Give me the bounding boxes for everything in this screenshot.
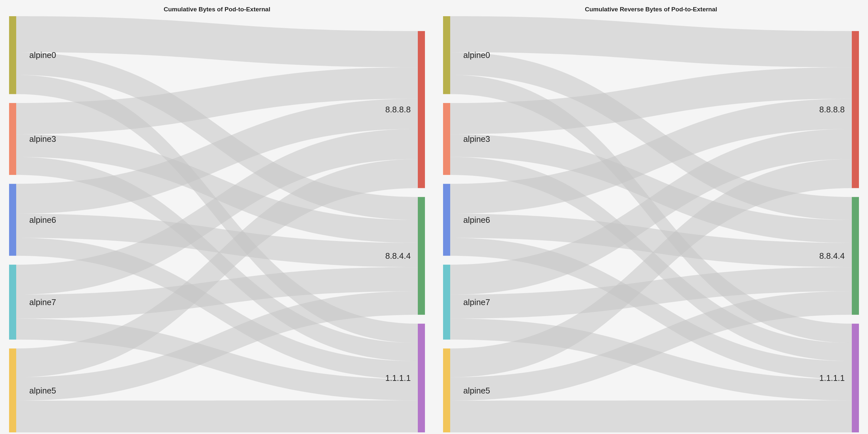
sankey-source-label: alpine5 [463,386,490,395]
sankey-source-node[interactable] [443,348,450,432]
dashboard-root: Cumulative Bytes of Pod-to-External alpi… [0,0,868,434]
sankey-link[interactable] [450,400,852,432]
sankey-chart-bytes[interactable]: alpine0alpine3alpine6alpine7alpine58.8.8… [9,16,425,432]
sankey-target-label: 8.8.8.8 [385,105,411,114]
sankey-target-node[interactable] [418,31,425,188]
sankey-source-label: alpine0 [463,51,490,60]
sankey-source-node[interactable] [9,348,16,432]
sankey-target-label: 8.8.4.4 [819,251,845,260]
sankey-target-node[interactable] [418,197,425,315]
sankey-target-label: 1.1.1.1 [385,373,411,382]
sankey-source-node[interactable] [9,103,16,175]
sankey-source-node[interactable] [443,265,450,340]
sankey-source-label: alpine3 [29,135,56,143]
sankey-source-node[interactable] [9,16,16,94]
sankey-source-node[interactable] [9,265,16,340]
sankey-source-node[interactable] [443,103,450,175]
panel-reverse-bytes: Cumulative Reverse Bytes of Pod-to-Exter… [434,0,868,434]
sankey-source-node[interactable] [443,16,450,94]
sankey-source-label: alpine0 [29,51,56,60]
sankey-source-label: alpine7 [463,298,490,307]
sankey-target-node[interactable] [852,197,859,315]
sankey-source-label: alpine6 [463,215,490,225]
sankey-source-label: alpine7 [29,298,56,307]
sankey-source-label: alpine3 [463,135,490,143]
panel-title: Cumulative Reverse Bytes of Pod-to-Exter… [443,6,859,13]
sankey-source-node[interactable] [443,184,450,256]
sankey-target-node[interactable] [852,31,859,188]
sankey-source-label: alpine5 [29,386,56,395]
sankey-target-label: 8.8.8.8 [819,105,845,114]
panel-bytes: Cumulative Bytes of Pod-to-External alpi… [0,0,434,434]
sankey-chart-reverse-bytes[interactable]: alpine0alpine3alpine6alpine7alpine58.8.8… [443,16,859,432]
sankey-link[interactable] [16,400,418,432]
sankey-source-node[interactable] [9,184,16,256]
panel-title: Cumulative Bytes of Pod-to-External [9,6,425,13]
sankey-target-label: 1.1.1.1 [819,373,845,382]
sankey-target-label: 8.8.4.4 [385,251,411,260]
sankey-target-node[interactable] [418,323,425,432]
sankey-target-node[interactable] [852,323,859,432]
sankey-source-label: alpine6 [29,215,56,225]
